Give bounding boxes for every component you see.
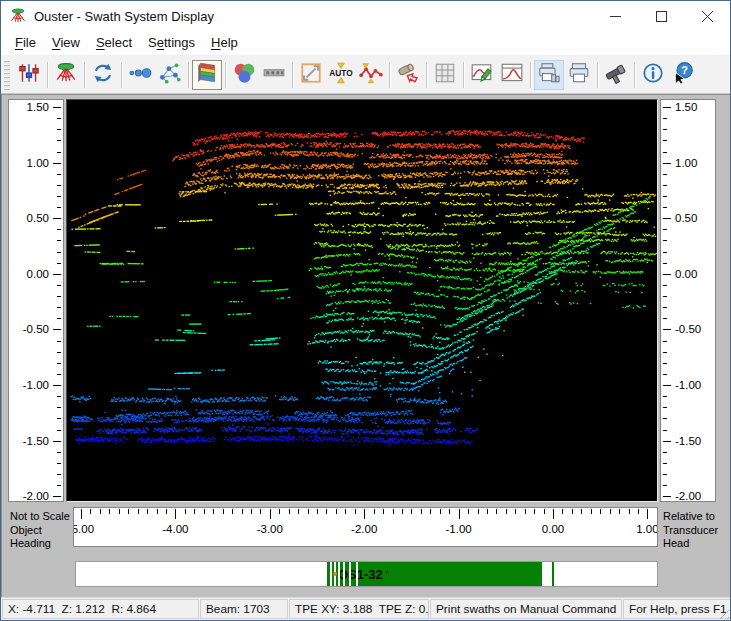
toolbar-button-grayscale[interactable] bbox=[259, 60, 289, 90]
tick bbox=[57, 452, 61, 453]
tick bbox=[90, 509, 91, 514]
tick bbox=[119, 509, 120, 514]
tick bbox=[663, 430, 667, 431]
toolbar-button-context-help[interactable]: ? bbox=[668, 60, 698, 90]
tick bbox=[663, 496, 671, 497]
tick bbox=[663, 318, 667, 319]
tick bbox=[81, 509, 82, 519]
points-icon bbox=[128, 61, 152, 89]
toolbar-button-expand[interactable] bbox=[296, 60, 326, 90]
toolbar-button-print[interactable] bbox=[564, 60, 594, 90]
tick bbox=[57, 318, 61, 319]
status-help-hint: For Help, press F1 bbox=[623, 599, 730, 619]
toolbar-button-points[interactable] bbox=[125, 60, 155, 90]
toolbar-button-zigzag[interactable] bbox=[356, 60, 386, 90]
tick bbox=[663, 218, 671, 219]
tick bbox=[663, 185, 667, 186]
axis-label: -4.00 bbox=[162, 523, 188, 535]
tick bbox=[663, 140, 667, 141]
tick bbox=[242, 509, 243, 514]
tick bbox=[336, 509, 337, 514]
minimize-button[interactable] bbox=[592, 1, 638, 31]
tick bbox=[185, 509, 186, 514]
axis-label: 1.00 bbox=[675, 157, 697, 169]
tick bbox=[663, 452, 667, 453]
tick bbox=[53, 441, 61, 442]
tick bbox=[663, 274, 671, 275]
menu-view[interactable]: View bbox=[44, 32, 88, 54]
status-beam: Beam: 1703 bbox=[200, 599, 288, 619]
tick bbox=[128, 509, 129, 514]
axis-label: 0.00 bbox=[27, 268, 49, 280]
info-icon bbox=[641, 61, 665, 89]
tick bbox=[663, 107, 671, 108]
tick bbox=[157, 509, 158, 514]
toolbar: AUTO? bbox=[1, 56, 730, 94]
tick bbox=[57, 152, 61, 153]
tick bbox=[308, 509, 309, 514]
print-icon bbox=[567, 61, 591, 89]
tick bbox=[251, 509, 252, 514]
menu-select[interactable]: Select bbox=[88, 32, 140, 54]
toolbar-button-info[interactable] bbox=[638, 60, 668, 90]
point-cloud-canvas[interactable] bbox=[67, 100, 657, 501]
tick bbox=[57, 352, 61, 353]
tick bbox=[53, 329, 61, 330]
toolbar-button-color-venn[interactable] bbox=[229, 60, 259, 90]
menu-help[interactable]: Help bbox=[203, 32, 246, 54]
tick bbox=[600, 509, 601, 514]
waterfall-icon bbox=[195, 61, 219, 89]
toolbar-button-chart-curve[interactable] bbox=[497, 60, 527, 90]
toolbar-button-print-batch[interactable] bbox=[534, 60, 564, 90]
sensor-coverage-segment: OS1-32* bbox=[327, 562, 542, 586]
tick bbox=[581, 509, 582, 514]
coverage-marker-dot bbox=[333, 572, 337, 576]
toolbar-button-refresh[interactable] bbox=[88, 60, 118, 90]
tick bbox=[459, 509, 460, 519]
menu-file[interactable]: File bbox=[7, 32, 44, 54]
tick bbox=[663, 485, 667, 486]
toolbar-button-tools[interactable] bbox=[601, 60, 631, 90]
toolbar-separator bbox=[463, 62, 464, 88]
tick bbox=[270, 509, 271, 519]
axis-label: 0.00 bbox=[542, 523, 564, 535]
tick bbox=[525, 509, 526, 514]
auto-icon: AUTO bbox=[329, 61, 353, 89]
toolbar-button-scatter[interactable] bbox=[155, 60, 185, 90]
toolbar-button-sliders[interactable] bbox=[14, 60, 44, 90]
toolbar-button-sensor-arrow[interactable] bbox=[393, 60, 423, 90]
sensor-coverage-bar: OS1-32* bbox=[75, 561, 658, 587]
grid-icon bbox=[433, 61, 457, 89]
axis-label: -2.00 bbox=[23, 490, 49, 502]
toolbar-button-waterfall[interactable] bbox=[192, 60, 222, 90]
tick bbox=[100, 509, 101, 514]
tick bbox=[663, 163, 671, 164]
transducer-icon bbox=[54, 61, 78, 89]
tick bbox=[194, 509, 195, 514]
tick bbox=[663, 229, 667, 230]
tick bbox=[534, 509, 535, 514]
close-button[interactable] bbox=[684, 1, 730, 31]
toolbar-button-chart-edit[interactable] bbox=[467, 60, 497, 90]
axis-label: 0.50 bbox=[27, 212, 49, 224]
tick bbox=[663, 252, 667, 253]
tools-icon bbox=[604, 61, 628, 89]
maximize-button[interactable] bbox=[638, 1, 684, 31]
scatter-icon bbox=[158, 61, 182, 89]
toolbar-button-auto[interactable]: AUTO bbox=[326, 60, 356, 90]
tick bbox=[57, 396, 61, 397]
tick bbox=[663, 174, 667, 175]
print-batch-icon bbox=[537, 61, 561, 89]
toolbar-button-transducer[interactable] bbox=[51, 60, 81, 90]
tick bbox=[57, 174, 61, 175]
menu-settings[interactable]: Settings bbox=[140, 32, 203, 54]
toolbar-gripper[interactable] bbox=[4, 60, 10, 90]
tick bbox=[53, 107, 61, 108]
tick bbox=[279, 509, 280, 514]
toolbar-separator bbox=[188, 62, 189, 88]
toolbar-button-grid[interactable] bbox=[430, 60, 460, 90]
app-icon bbox=[9, 7, 27, 25]
tick bbox=[421, 509, 422, 514]
tick bbox=[364, 509, 365, 519]
sliders-icon bbox=[17, 61, 41, 89]
